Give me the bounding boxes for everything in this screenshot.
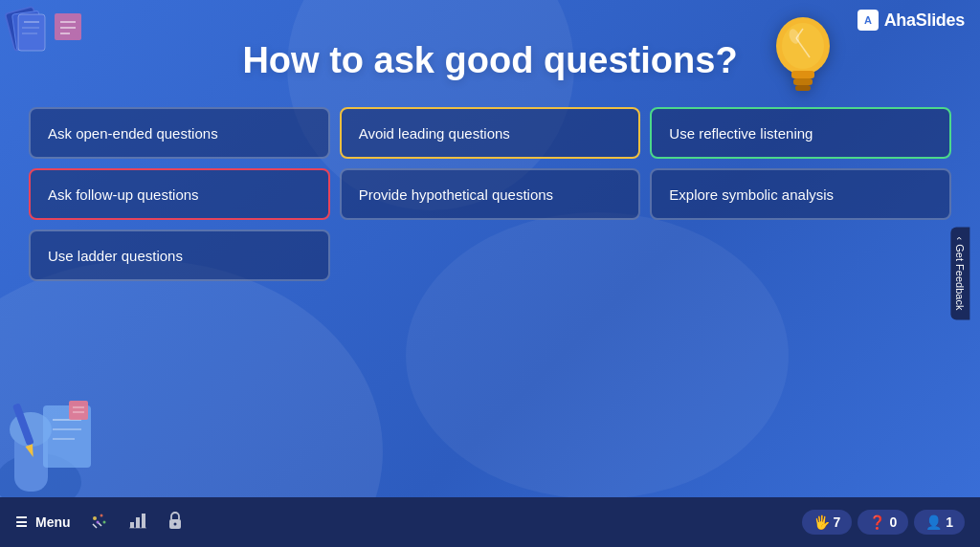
- deco-hand-pen: [0, 348, 105, 501]
- chart-icon[interactable]: [128, 511, 147, 535]
- svg-rect-40: [136, 517, 140, 528]
- page-title: How to ask good questions?: [0, 40, 980, 81]
- answer-1[interactable]: Ask open-ended questions: [29, 107, 330, 159]
- question-count-badge: ❓ 0: [858, 510, 908, 535]
- answers-grid: Ask open-ended questions Avoid leading q…: [29, 107, 951, 281]
- svg-line-38: [93, 524, 97, 528]
- svg-point-33: [93, 516, 97, 520]
- logo-icon: A: [858, 10, 879, 31]
- svg-rect-39: [130, 522, 134, 528]
- svg-point-35: [102, 520, 105, 523]
- svg-rect-28: [69, 401, 88, 420]
- logo-text: AhaSlides: [884, 11, 965, 31]
- svg-rect-14: [795, 85, 811, 91]
- svg-point-37: [96, 520, 99, 523]
- feedback-arrow-icon: ‹: [955, 237, 967, 241]
- bottombar: ☰ Menu: [0, 497, 980, 547]
- user-icon: 👤: [925, 514, 942, 530]
- answer-5[interactable]: Provide hypothetical questions: [340, 168, 641, 220]
- answer-3[interactable]: Use reflective listening: [650, 107, 951, 159]
- svg-text:A: A: [864, 14, 872, 26]
- svg-point-34: [100, 514, 102, 516]
- bottom-right-stats: 🖐 7 ❓ 0 👤 1: [802, 510, 965, 535]
- feedback-label: Get Feedback: [955, 244, 967, 310]
- hand-count: 7: [834, 514, 841, 530]
- menu-label: Menu: [35, 514, 71, 530]
- answer-4[interactable]: Ask follow-up questions: [29, 168, 330, 220]
- answer-7[interactable]: Use ladder questions: [29, 230, 330, 281]
- menu-icon: ☰: [15, 514, 28, 530]
- topbar: A AhaSlides: [842, 0, 980, 40]
- svg-rect-41: [142, 514, 145, 528]
- confetti-icon[interactable]: [90, 511, 109, 535]
- user-count: 1: [946, 514, 953, 530]
- bottom-left-controls: ☰ Menu: [15, 511, 184, 535]
- hand-icon: 🖐: [813, 514, 830, 530]
- answer-6[interactable]: Explore symbolic analysis: [650, 168, 951, 220]
- lock-icon[interactable]: [167, 511, 184, 535]
- hand-count-badge: 🖐 7: [802, 510, 853, 535]
- menu-button[interactable]: ☰ Menu: [15, 514, 71, 530]
- question-count: 0: [889, 514, 897, 530]
- svg-point-44: [173, 522, 176, 525]
- svg-rect-6: [55, 13, 81, 40]
- feedback-tab[interactable]: ‹ Get Feedback: [951, 228, 970, 320]
- answer-2[interactable]: Avoid leading questions: [340, 107, 641, 159]
- question-icon: ❓: [869, 514, 885, 530]
- user-count-badge: 👤 1: [914, 510, 965, 535]
